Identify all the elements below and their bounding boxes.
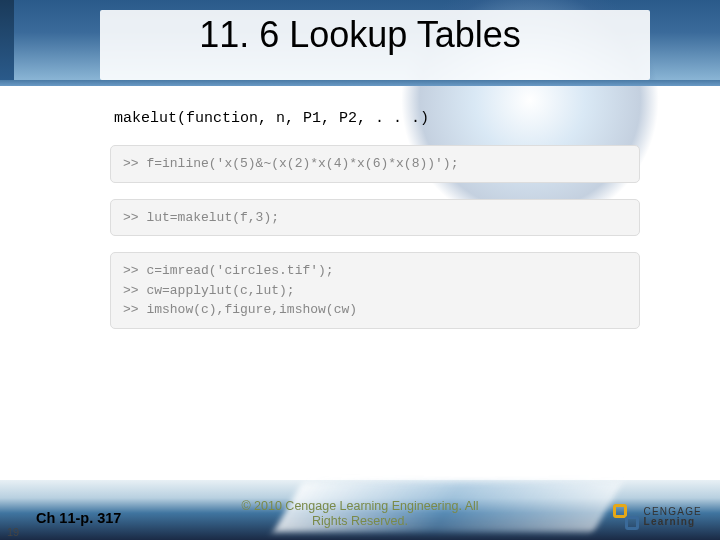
header-divider bbox=[0, 80, 720, 86]
code-box-3: >> c=imread('circles.tif'); >> cw=applyl… bbox=[110, 252, 640, 329]
copyright-line-2: Rights Reserved. bbox=[312, 514, 408, 528]
function-signature: makelut(function, n, P1, P2, . . .) bbox=[110, 110, 640, 127]
code-box-2: >> lut=makelut(f,3); bbox=[110, 199, 640, 237]
logo-icon bbox=[613, 504, 639, 530]
footer: 19 Ch 11-p. 317 © 2010 Cengage Learning … bbox=[0, 488, 720, 540]
logo-text-l2: Learning bbox=[644, 517, 702, 527]
slide-title: 11. 6 Lookup Tables bbox=[0, 14, 720, 56]
code-box-1: >> f=inline('x(5)&~(x(2)*x(4)*x(6)*x(8))… bbox=[110, 145, 640, 183]
cengage-logo: CENGAGE Learning bbox=[613, 504, 702, 530]
logo-text: CENGAGE Learning bbox=[644, 507, 702, 527]
copyright-line-1: © 2010 Cengage Learning Engineering. All bbox=[241, 499, 478, 513]
content-area: makelut(function, n, P1, P2, . . .) >> f… bbox=[110, 110, 640, 345]
